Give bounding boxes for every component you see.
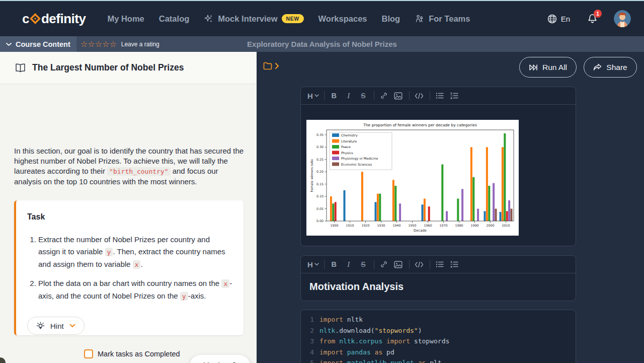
mark-completed-checkbox[interactable] — [84, 349, 93, 358]
code-token: import — [319, 348, 343, 356]
code-token: import — [386, 337, 410, 345]
code-icon[interactable] — [414, 259, 425, 270]
svg-text:Physiology or Medicine: Physiology or Medicine — [341, 157, 378, 161]
lesson-intro: In this section, our goal is to identify… — [14, 146, 245, 187]
line-number: 1 — [301, 316, 314, 323]
code-icon[interactable] — [414, 90, 425, 101]
toolbar-divider — [324, 260, 325, 269]
codefinity-logo[interactable]: c definity — [22, 11, 86, 27]
svg-text:1910: 1910 — [346, 224, 354, 227]
code-token: as — [375, 348, 383, 356]
code-token: from — [319, 337, 335, 345]
svg-text:Physics: Physics — [341, 151, 353, 155]
svg-text:0.10: 0.10 — [316, 194, 324, 198]
inline-code: x — [221, 279, 229, 288]
image-icon[interactable] — [393, 259, 404, 270]
strikethrough-icon[interactable]: S — [358, 259, 369, 270]
language-label: En — [561, 15, 570, 23]
task-item: Extract the number of Nobel Prizes per c… — [38, 234, 232, 271]
svg-text:0.35: 0.35 — [316, 133, 324, 136]
heading-icon[interactable]: H — [307, 259, 319, 270]
markdown-heading[interactable]: Motivation Analysis — [301, 273, 576, 300]
svg-text:1960: 1960 — [424, 224, 432, 227]
code-token: "stopwords" — [375, 327, 418, 334]
code-cell[interactable]: 1import nltk2nltk.download("stopwords")3… — [300, 310, 576, 363]
run-all-button[interactable]: Run All — [519, 57, 577, 78]
svg-text:0.25: 0.25 — [316, 158, 324, 161]
bold-icon[interactable]: B — [329, 259, 340, 270]
nav-item-mock-interview[interactable]: Mock Interview NEW — [204, 14, 303, 24]
code-token: plt — [426, 359, 441, 363]
language-switcher[interactable]: En — [547, 14, 570, 24]
course-content-toggle[interactable]: Course Content — [0, 36, 76, 52]
avatar[interactable] — [614, 10, 631, 27]
star-icon[interactable]: ☆ — [80, 40, 88, 48]
markdown-toolbar: HBIS — [301, 87, 576, 105]
code-line[interactable]: 2nltk.download("stopwords") — [301, 327, 576, 338]
nav-item-my-home[interactable]: My Home — [107, 14, 144, 24]
italic-icon[interactable]: I — [343, 90, 354, 101]
code-line[interactable]: 4import pandas as pd — [301, 348, 576, 359]
navbar-right: En 1 — [547, 10, 631, 27]
code-token: nltk — [319, 327, 335, 334]
link-icon[interactable] — [378, 90, 389, 101]
run-all-icon — [529, 64, 538, 71]
nav-item-catalog[interactable]: Catalog — [159, 14, 190, 24]
hint-button[interactable]: Hint — [27, 317, 85, 335]
nav-item-blog[interactable]: Blog — [382, 14, 400, 24]
svg-text:1970: 1970 — [439, 224, 447, 227]
code-line[interactable]: 3from nltk.corpus import stopwords — [301, 337, 576, 348]
svg-text:0.05: 0.05 — [316, 207, 324, 210]
file-tree-toggle[interactable] — [263, 62, 279, 70]
star-icon[interactable]: ☆ — [109, 40, 116, 48]
inline-code: "birth_country" — [107, 167, 170, 176]
star-icon[interactable]: ☆ — [95, 40, 102, 48]
avatar-image — [614, 10, 631, 27]
chevron-down-icon — [69, 324, 75, 328]
ordered-list-icon[interactable] — [449, 259, 460, 270]
task-heading: Task — [27, 212, 231, 222]
image-icon[interactable] — [393, 90, 404, 101]
code-token: as — [418, 359, 426, 363]
bullet-list-icon[interactable] — [434, 259, 445, 270]
star-rating: ☆☆☆☆☆ — [80, 40, 117, 49]
heading-icon[interactable]: H — [307, 90, 319, 101]
chat-widget-corner[interactable] — [0, 357, 6, 363]
nav-items: My Home Catalog Mock Interview NEW Works… — [93, 14, 470, 24]
course-content-label: Course Content — [16, 40, 70, 48]
nav-item-workspaces[interactable]: Workspaces — [318, 14, 367, 24]
svg-text:Economic Sciences: Economic Sciences — [341, 163, 372, 167]
svg-text:0.15: 0.15 — [316, 182, 324, 186]
line-number: 3 — [301, 337, 314, 345]
code-line[interactable]: 5import matplotlib.pyplot as plt — [301, 359, 576, 363]
code-line[interactable]: 1import nltk — [301, 316, 576, 327]
female-winners-chart: The proportion of female winners per dec… — [306, 120, 519, 236]
star-icon[interactable]: ☆ — [88, 40, 95, 48]
bold-icon[interactable]: B — [329, 90, 340, 101]
svg-text:1900: 1900 — [330, 224, 338, 227]
star-icon[interactable]: ☆ — [102, 40, 109, 48]
link-icon[interactable] — [378, 259, 389, 270]
strikethrough-icon[interactable]: S — [358, 90, 369, 101]
markdown-cell-chart[interactable]: HBIS The proportion of female winners pe… — [300, 87, 576, 246]
course-bar: Course Content ☆☆☆☆☆ Leave a rating Expl… — [0, 36, 644, 52]
chart-output: The proportion of female winners per dec… — [301, 105, 576, 236]
share-button[interactable]: Share — [584, 57, 637, 78]
lesson-panel: The Largest Number of Nobel Prizes In th… — [0, 52, 257, 363]
italic-icon[interactable]: I — [343, 259, 354, 270]
chevron-down-icon — [6, 42, 12, 46]
svg-text:1980: 1980 — [455, 224, 463, 227]
bullet-list-icon[interactable] — [434, 90, 445, 101]
code-token: ) — [418, 327, 422, 334]
run-all-label: Run All — [542, 63, 567, 72]
toolbar-divider — [374, 260, 374, 269]
main-navbar: c definity My Home Catalog Mock Intervie… — [0, 1, 644, 36]
chevron-right-icon — [275, 62, 279, 69]
sparkles-icon — [204, 14, 214, 24]
ordered-list-icon[interactable] — [449, 90, 460, 101]
notifications-button[interactable]: 1 — [587, 13, 598, 24]
leave-rating-label[interactable]: Leave a rating — [121, 41, 159, 48]
nav-item-for-teams[interactable]: For Teams — [415, 14, 470, 24]
markdown-cell-heading[interactable]: HBIS Motivation Analysis — [300, 255, 576, 301]
unclear-button[interactable]: Unclear? — [190, 355, 250, 363]
